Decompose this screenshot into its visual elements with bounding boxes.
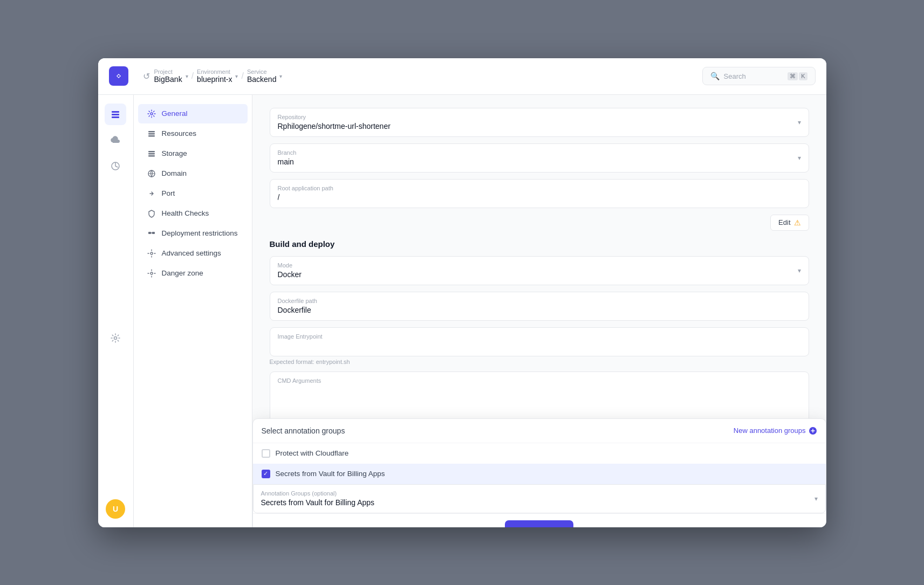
storage-icon — [147, 149, 156, 159]
svg-rect-13 — [148, 155, 155, 157]
mode-field[interactable]: Mode Docker ▾ — [270, 256, 809, 285]
avatar[interactable]: U — [106, 499, 125, 519]
mode-label: Mode — [278, 262, 801, 269]
branch-field[interactable]: Branch main ▾ — [270, 143, 809, 173]
cmd-arguments-field[interactable]: CMD Arguments — [270, 371, 809, 425]
sidebar-item-label: Storage — [162, 149, 187, 157]
save-btn-row: Save — [253, 513, 826, 527]
port-icon — [147, 189, 156, 198]
vault-checkbox[interactable] — [262, 470, 270, 478]
sidebar-item-resources[interactable]: Resources — [138, 124, 248, 143]
breadcrumb-project[interactable]: Project BigBank ▾ — [154, 68, 188, 84]
image-entrypoint-hint: Expected format: entrypoint.sh — [270, 359, 809, 365]
repository-field[interactable]: Repository Rphilogene/shortme-url-shorte… — [270, 108, 809, 137]
breadcrumb: Project BigBank ▾ / Environment blueprin… — [154, 68, 702, 84]
cmd-arguments-label: CMD Arguments — [278, 377, 801, 384]
gear-icon — [147, 109, 156, 119]
chevron-down-icon: ▾ — [815, 495, 818, 503]
icon-bar-cloud[interactable] — [105, 129, 126, 151]
sidebar-item-label: Advanced settings — [162, 249, 221, 257]
annotation-groups-input[interactable] — [261, 498, 818, 507]
danger-icon — [147, 269, 156, 278]
top-bar: ↺ Project BigBank ▾ / Environment bluepr… — [98, 58, 826, 95]
cmd-arguments-input[interactable] — [278, 385, 801, 417]
breadcrumb-environment[interactable]: Environment blueprint-x ▾ — [197, 68, 238, 84]
sidebar-item-label: Port — [162, 189, 175, 197]
svg-point-7 — [150, 113, 153, 115]
new-annotation-groups-link[interactable]: New annotation groups — [734, 426, 817, 435]
chevron-down-icon: ▾ — [279, 73, 282, 79]
chevron-down-icon: ▾ — [798, 267, 801, 274]
svg-point-18 — [150, 272, 153, 274]
annotation-groups-label: Annotation Groups (optional) — [261, 490, 818, 497]
advanced-gear-icon — [147, 249, 156, 258]
sidebar-item-general[interactable]: General — [138, 104, 248, 123]
svg-point-17 — [150, 252, 153, 254]
sidebar-item-deployment-restrictions[interactable]: Deployment restrictions — [138, 224, 248, 243]
dropdown-option-cloudflare[interactable]: Protect with Cloudflare — [253, 443, 826, 464]
plus-circle-icon — [809, 426, 817, 435]
sidebar-item-storage[interactable]: Storage — [138, 144, 248, 163]
icon-bar-settings[interactable] — [105, 327, 126, 349]
cloudflare-option-label: Protect with Cloudflare — [276, 449, 349, 457]
repository-label: Repository — [278, 114, 801, 120]
svg-point-1 — [118, 75, 120, 77]
svg-point-6 — [114, 336, 117, 339]
svg-rect-9 — [148, 133, 155, 135]
root-path-label: Root application path — [278, 185, 801, 191]
sidebar: General Resources — [134, 95, 252, 527]
sidebar-item-advanced-settings[interactable]: Advanced settings — [138, 244, 248, 263]
sidebar-item-domain[interactable]: Domain — [138, 164, 248, 183]
sidebar-item-label: General — [162, 109, 188, 118]
root-path-group: Root application path — [270, 179, 809, 208]
dockerfile-field[interactable]: Dockerfile path — [270, 292, 809, 321]
svg-rect-2 — [112, 111, 119, 113]
icon-bar-history[interactable] — [105, 155, 126, 177]
search-icon: 🔍 — [710, 72, 720, 80]
mode-value: Docker — [278, 270, 302, 279]
edit-button[interactable]: Edit ⚠ — [770, 215, 809, 231]
root-path-field[interactable]: Root application path — [270, 179, 809, 208]
image-entrypoint-group: Image Entrypoint Expected format: entryp… — [270, 327, 809, 365]
svg-rect-10 — [148, 135, 155, 137]
root-path-input[interactable] — [278, 193, 801, 202]
chevron-down-icon: ▾ — [798, 119, 801, 126]
annotation-dropdown: Select annotation groups New annotation … — [252, 418, 826, 527]
mode-group: Mode Docker ▾ — [270, 256, 809, 285]
save-button[interactable]: Save — [505, 520, 574, 527]
refresh-icon[interactable]: ↺ — [139, 68, 154, 84]
dockerfile-input[interactable] — [278, 306, 801, 314]
icon-bar: U — [98, 95, 134, 527]
cloudflare-checkbox[interactable] — [262, 449, 270, 458]
branch-value: main — [278, 157, 294, 166]
svg-rect-16 — [152, 232, 155, 234]
chevron-down-icon: ▾ — [798, 154, 801, 162]
image-entrypoint-field[interactable]: Image Entrypoint — [270, 327, 809, 356]
sidebar-item-port[interactable]: Port — [138, 184, 248, 203]
image-entrypoint-input[interactable] — [278, 341, 801, 350]
sidebar-item-label: Health Checks — [162, 209, 209, 217]
annotation-groups-field[interactable]: Annotation Groups (optional) ▾ — [253, 484, 826, 513]
svg-rect-8 — [148, 131, 155, 133]
app-logo[interactable] — [109, 66, 128, 86]
sidebar-item-danger-zone[interactable]: Danger zone — [138, 264, 248, 283]
sidebar-item-health-checks[interactable]: Health Checks — [138, 204, 248, 223]
sidebar-item-label: Deployment restrictions — [162, 229, 238, 237]
svg-rect-11 — [148, 151, 155, 153]
shield-icon — [147, 209, 156, 218]
warning-icon: ⚠ — [794, 218, 801, 227]
dropdown-option-vault[interactable]: Secrets from Vault for Billing Apps — [253, 464, 826, 484]
deployment-icon — [147, 229, 156, 238]
chevron-down-icon: ▾ — [186, 73, 188, 79]
icon-bar-layers[interactable] — [105, 104, 126, 125]
branch-label: Branch — [278, 149, 801, 156]
search-bar[interactable]: 🔍 Search ⌘ K — [702, 67, 816, 85]
sidebar-item-label: Resources — [162, 129, 197, 137]
dockerfile-label: Dockerfile path — [278, 298, 801, 304]
sidebar-item-label: Domain — [162, 169, 187, 177]
kbd-cmd: ⌘ — [788, 72, 798, 80]
breadcrumb-service[interactable]: Service Backend ▾ — [247, 68, 282, 84]
dropdown-header: Select annotation groups New annotation … — [253, 419, 826, 443]
image-entrypoint-label: Image Entrypoint — [278, 333, 801, 340]
svg-rect-3 — [112, 114, 119, 115]
